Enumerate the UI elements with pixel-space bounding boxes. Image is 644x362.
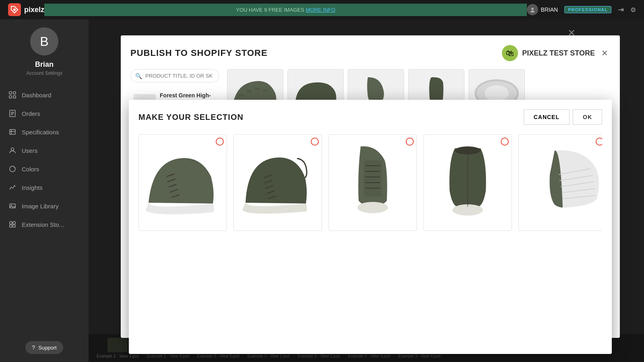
svg-point-3 — [530, 10, 535, 12]
image-library-icon — [8, 202, 17, 210]
main-content: FREE DOWNLOAD ✕ ...and more PUB — [89, 19, 644, 362]
sidebar-item-orders[interactable]: Orders — [0, 104, 89, 123]
svg-point-43 — [357, 202, 388, 213]
cancel-button[interactable]: CANCEL — [524, 109, 570, 125]
selection-radio-3 — [406, 138, 414, 146]
selection-radio-1 — [216, 138, 224, 146]
settings-icon[interactable]: ⚙ — [630, 6, 636, 14]
selection-actions: CANCEL OK — [524, 109, 602, 125]
users-icon — [8, 146, 17, 155]
svg-rect-12 — [10, 130, 15, 134]
extension-store-icon — [8, 220, 17, 229]
svg-point-25 — [246, 90, 252, 93]
svg-rect-17 — [10, 204, 15, 208]
support-icon: ? — [32, 344, 35, 351]
sidebar-username: Brian — [35, 60, 54, 69]
selection-image-4[interactable] — [423, 134, 512, 231]
search-icon: 🔍 — [135, 73, 142, 79]
svg-point-27 — [262, 89, 268, 92]
svg-rect-19 — [10, 222, 12, 224]
shoe-box-1 — [138, 134, 227, 231]
promo-link[interactable]: MORE INFO — [305, 7, 335, 13]
sidebar-avatar: B — [30, 27, 58, 56]
svg-point-26 — [254, 88, 260, 90]
shoe-box-3 — [328, 134, 417, 231]
svg-point-1 — [13, 8, 16, 11]
svg-rect-5 — [13, 92, 16, 94]
shoe-box-5 — [518, 134, 602, 231]
user-avatar — [527, 4, 538, 15]
orders-icon — [8, 109, 17, 118]
pro-badge: PROFESSIONAL — [564, 6, 611, 13]
product-search-input[interactable] — [130, 69, 219, 82]
shopify-modal-title: PUBLISH TO SHOPIFY STORE — [130, 48, 268, 58]
sidebar-item-image-library[interactable]: Image Library — [0, 197, 89, 215]
user-name-top: BRIAN — [541, 6, 558, 13]
ok-button[interactable]: OK — [573, 109, 602, 125]
selection-title: MAKE YOUR SELECTION — [138, 113, 244, 122]
top-bar-left: pixelz — [8, 3, 44, 16]
logo: pixelz — [8, 3, 44, 16]
svg-rect-6 — [9, 96, 12, 98]
sidebar: B Brian Account Settings Dashboard — [0, 19, 89, 362]
dashboard-icon — [8, 90, 17, 99]
top-bar-right: BRIAN PROFESSIONAL ⇥ ⚙ — [527, 4, 636, 15]
sidebar-label-users: Users — [22, 147, 37, 154]
app-name: pixelz — [24, 6, 44, 14]
specifications-icon — [8, 128, 17, 136]
shopify-modal-close[interactable]: ✕ — [599, 47, 610, 59]
product-search: 🔍 — [130, 69, 219, 82]
svg-point-32 — [485, 85, 509, 101]
insights-icon — [8, 183, 17, 192]
selection-radio-4 — [501, 138, 509, 146]
sidebar-item-colors[interactable]: Colors — [0, 160, 89, 178]
svg-point-15 — [11, 148, 14, 151]
shoe-box-4 — [423, 134, 512, 231]
sidebar-user-initial: B — [40, 34, 48, 49]
sidebar-label-specifications: Specifications — [22, 129, 59, 136]
selection-image-2[interactable] — [233, 134, 322, 231]
sidebar-label-insights: Insights — [22, 184, 43, 191]
svg-point-24 — [238, 94, 244, 97]
colors-icon — [8, 165, 17, 173]
logout-icon[interactable]: ⇥ — [618, 5, 624, 14]
selection-image-1[interactable] — [138, 134, 227, 231]
shopify-modal-header: PUBLISH TO SHOPIFY STORE 🛍 PIXELZ TEST S… — [130, 45, 610, 61]
svg-rect-4 — [9, 92, 12, 94]
sidebar-label-dashboard: Dashboard — [22, 92, 51, 99]
shoe-box-2 — [233, 134, 322, 231]
promo-bar: YOU HAVE 9 FREE IMAGES MORE INFO — [44, 4, 527, 16]
shopify-icon: 🛍 — [502, 45, 518, 61]
app-layout: B Brian Account Settings Dashboard — [0, 19, 644, 362]
sidebar-label-extension-store: Extension Sto... — [22, 221, 64, 228]
sidebar-label-orders: Orders — [22, 110, 40, 117]
selection-image-5[interactable] — [518, 134, 602, 231]
sidebar-item-users[interactable]: Users — [0, 141, 89, 160]
shopify-store-name: PIXELZ TEST STORE — [522, 49, 595, 58]
svg-rect-21 — [10, 225, 12, 227]
sidebar-subtitle: Account Settings — [26, 70, 62, 76]
svg-rect-7 — [13, 96, 16, 98]
selection-radio-2 — [311, 138, 319, 146]
shopify-store-info: 🛍 PIXELZ TEST STORE ✕ — [502, 45, 610, 61]
promo-text: YOU HAVE 9 FREE IMAGES — [236, 7, 304, 13]
user-info: BRIAN — [527, 4, 558, 15]
sidebar-item-specifications[interactable]: Specifications — [0, 123, 89, 141]
selection-image-3[interactable] — [328, 134, 417, 231]
selection-modal: MAKE YOUR SELECTION CANCEL OK — [129, 100, 612, 354]
sidebar-nav: Dashboard Orders — [0, 86, 89, 234]
sidebar-item-dashboard[interactable]: Dashboard — [0, 86, 89, 104]
sidebar-label-image-library: Image Library — [22, 203, 59, 210]
logo-icon — [8, 3, 21, 16]
sidebar-item-insights[interactable]: Insights — [0, 178, 89, 197]
svg-point-2 — [531, 8, 534, 10]
support-label: Support — [38, 345, 57, 351]
selection-header: MAKE YOUR SELECTION CANCEL OK — [138, 109, 602, 125]
sidebar-label-colors: Colors — [22, 166, 39, 173]
sidebar-item-extension-store[interactable]: Extension Sto... — [0, 215, 89, 234]
svg-rect-22 — [13, 225, 15, 227]
selection-images-grid — [138, 134, 602, 231]
support-button[interactable]: ? Support — [25, 341, 63, 354]
svg-rect-20 — [13, 222, 15, 224]
selection-radio-5 — [596, 138, 602, 146]
